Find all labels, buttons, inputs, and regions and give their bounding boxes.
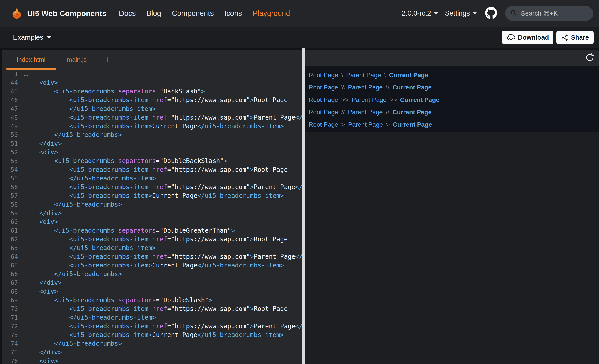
- code-line[interactable]: 46 <ui5-breadcrumbs-item href="https://w…: [2, 96, 302, 104]
- code-line[interactable]: 50 </ui5-breadcrumbs>: [2, 130, 302, 139]
- line-number: 66: [2, 271, 18, 278]
- breadcrumb-link[interactable]: Root Page: [309, 121, 338, 128]
- nav-link-blog[interactable]: Blog: [147, 9, 161, 18]
- refresh-button[interactable]: [584, 51, 596, 64]
- code-line[interactable]: 1…: [2, 70, 302, 78]
- code-line[interactable]: 74 </ui5-breadcrumbs>: [2, 339, 302, 348]
- line-content: <div>: [24, 288, 58, 295]
- github-link[interactable]: [485, 7, 497, 20]
- add-tab-button[interactable]: +: [100, 50, 114, 70]
- share-button[interactable]: Share: [556, 31, 594, 44]
- search-input[interactable]: [521, 10, 589, 17]
- breadcrumb-separator: \: [384, 72, 386, 79]
- line-number: 73: [2, 331, 18, 338]
- code-line[interactable]: 76 <div>: [2, 357, 302, 364]
- code-line[interactable]: 55 </ui5-breadcrumbs-item>: [2, 174, 302, 183]
- tab-label: index.html: [17, 56, 45, 63]
- code-line[interactable]: 67 </div>: [2, 278, 302, 287]
- version-label: 2.0.0-rc.2: [402, 9, 431, 17]
- code-line[interactable]: 59 </div>: [2, 209, 302, 218]
- code-line[interactable]: 56 <ui5-breadcrumbs-item href="https://w…: [2, 183, 302, 191]
- code-line[interactable]: 54 <ui5-breadcrumbs-item href="https://w…: [2, 165, 302, 174]
- version-dropdown[interactable]: 2.0.0-rc.2: [402, 9, 438, 17]
- nav-link-playground[interactable]: Playground: [253, 9, 290, 18]
- line-number: 70: [2, 305, 18, 312]
- code-line[interactable]: 66 </ui5-breadcrumbs>: [2, 270, 302, 278]
- code-line[interactable]: 60 <div>: [2, 218, 302, 226]
- code-line[interactable]: 70 <ui5-breadcrumbs-item href="https://w…: [2, 305, 302, 313]
- line-content: </div>: [24, 140, 62, 147]
- code-line[interactable]: 45 <ui5-breadcrumbs separators="BackSlas…: [2, 87, 302, 96]
- line-number: 64: [2, 253, 18, 260]
- line-content: </ui5-breadcrumbs>: [24, 270, 122, 278]
- nav-link-components[interactable]: Components: [172, 9, 214, 18]
- code-line[interactable]: 73 <ui5-breadcrumbs-item>Current Page</u…: [2, 330, 302, 339]
- code-line[interactable]: 65 <ui5-breadcrumbs-item>Current Page</u…: [2, 261, 302, 270]
- editor-tabs: index.htmlmain.js: [6, 50, 97, 70]
- line-number: 52: [2, 149, 18, 156]
- code-line[interactable]: 61 <ui5-breadcrumbs separators="DoubleGr…: [2, 226, 302, 235]
- nav-link-icons[interactable]: Icons: [224, 9, 242, 18]
- nav-link-docs[interactable]: Docs: [119, 9, 136, 18]
- download-button[interactable]: Download: [502, 31, 554, 44]
- chevron-down-icon: [46, 36, 52, 39]
- preview-pane: Root Page\Parent Page\Current PageRoot P…: [305, 50, 599, 364]
- breadcrumb-link[interactable]: Root Page: [309, 84, 338, 91]
- tab-main.js[interactable]: main.js: [56, 50, 97, 70]
- breadcrumb-link[interactable]: Parent Page: [348, 109, 383, 116]
- examples-toolbar: Examples Download: [0, 27, 599, 48]
- settings-label: Settings: [445, 9, 470, 17]
- breadcrumb-current: Current Page: [392, 109, 432, 116]
- code-line[interactable]: 68 <div>: [2, 287, 302, 296]
- code-line[interactable]: 53 <ui5-breadcrumbs separators="DoubleBa…: [2, 157, 302, 165]
- code-line[interactable]: 52 <div>: [2, 148, 302, 157]
- share-icon: [561, 34, 568, 41]
- breadcrumb-link[interactable]: Root Page: [309, 72, 338, 79]
- code-line[interactable]: 47 </ui5-breadcrumbs-item>: [2, 104, 302, 113]
- line-number: 54: [2, 166, 18, 173]
- preview-empty-area: [305, 132, 599, 364]
- pane-splitter[interactable]: [302, 48, 305, 364]
- breadcrumb-link[interactable]: Root Page: [309, 109, 338, 116]
- code-lines[interactable]: 1…44 <div>45 <ui5-breadcrumbs separators…: [2, 70, 302, 364]
- breadcrumb-link[interactable]: Parent Page: [346, 72, 381, 79]
- line-content: …: [24, 70, 28, 78]
- code-line[interactable]: 75 </div>: [2, 348, 302, 357]
- brand[interactable]: UI5 Web Components: [9, 6, 106, 21]
- editor-tabbar: index.htmlmain.js +: [2, 50, 302, 70]
- breadcrumbs-row: Root Page>Parent Page>Current Page: [309, 119, 599, 131]
- code-line[interactable]: 51 </div>: [2, 139, 302, 148]
- share-label: Share: [571, 34, 589, 41]
- code-line[interactable]: 62 <ui5-breadcrumbs-item href="https://w…: [2, 235, 302, 244]
- line-content: </ui5-breadcrumbs>: [24, 201, 122, 208]
- tab-index.html[interactable]: index.html: [6, 50, 56, 70]
- line-number: 49: [2, 123, 18, 130]
- code-line[interactable]: 64 <ui5-breadcrumbs-item href="https://w…: [2, 252, 302, 261]
- line-content: </ui5-breadcrumbs-item>: [24, 244, 156, 252]
- search-box[interactable]: [505, 6, 593, 21]
- breadcrumb-link[interactable]: Parent Page: [348, 84, 383, 91]
- examples-dropdown[interactable]: Examples: [13, 34, 52, 42]
- breadcrumb-link[interactable]: Parent Page: [348, 121, 383, 128]
- code-line[interactable]: 72 <ui5-breadcrumbs-item href="https://w…: [2, 322, 302, 330]
- breadcrumb-link[interactable]: Root Page: [309, 96, 338, 103]
- line-content: <ui5-breadcrumbs-item href="https://www.…: [24, 183, 302, 191]
- line-content: <ui5-breadcrumbs separators="DoubleGreat…: [24, 227, 235, 234]
- code-line[interactable]: 49 <ui5-breadcrumbs-item>Current Page</u…: [2, 122, 302, 130]
- code-line[interactable]: 44 <div>: [2, 78, 302, 87]
- chevron-down-icon: [434, 12, 438, 15]
- breadcrumb-link[interactable]: Parent Page: [352, 96, 387, 103]
- ui5-phoenix-logo-icon: [9, 6, 24, 21]
- breadcrumbs-row: Root Page//Parent Page//Current Page: [309, 106, 599, 119]
- code-line[interactable]: 57 <ui5-breadcrumbs-item>Current Page</u…: [2, 191, 302, 200]
- code-line[interactable]: 69 <ui5-breadcrumbs separators="DoubleSl…: [2, 296, 302, 305]
- line-content: <ui5-breadcrumbs-item href="https://www.…: [24, 166, 288, 173]
- site-title: UI5 Web Components: [27, 9, 106, 18]
- line-content: </ui5-breadcrumbs>: [24, 131, 122, 138]
- code-line[interactable]: 63 </ui5-breadcrumbs-item>: [2, 244, 302, 252]
- breadcrumb-separator: \: [341, 72, 343, 79]
- code-line[interactable]: 71 </ui5-breadcrumbs-item>: [2, 313, 302, 322]
- settings-dropdown[interactable]: Settings: [445, 9, 477, 17]
- code-line[interactable]: 58 </ui5-breadcrumbs>: [2, 200, 302, 209]
- code-line[interactable]: 48 <ui5-breadcrumbs-item href="https://w…: [2, 113, 302, 122]
